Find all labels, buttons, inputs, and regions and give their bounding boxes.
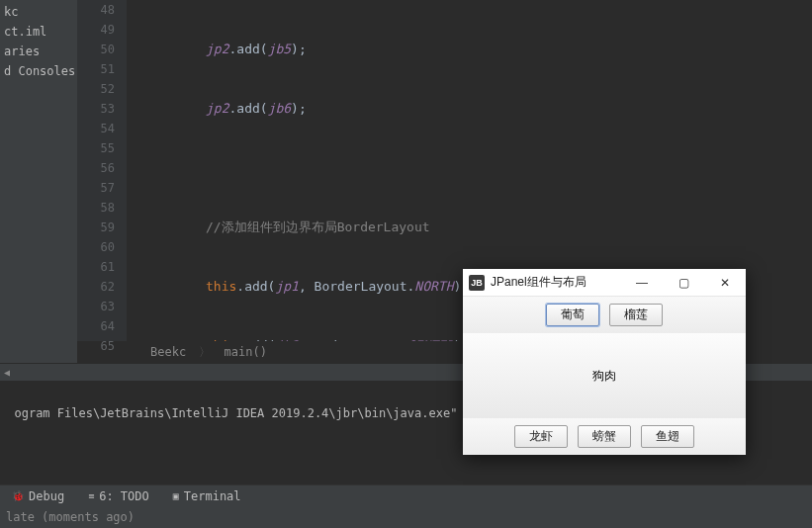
maximize-button[interactable]: ▢ xyxy=(663,269,704,297)
tab-label: Debug xyxy=(29,489,64,503)
button-crab[interactable]: 螃蟹 xyxy=(578,425,631,448)
code-token: NORTH xyxy=(414,279,453,294)
status-bar: late (moments ago) xyxy=(0,506,812,528)
button-lobster[interactable]: 龙虾 xyxy=(514,425,568,448)
scroll-left-icon[interactable]: ◀ xyxy=(0,364,14,382)
breadcrumb-item[interactable]: main() xyxy=(225,345,267,359)
breadcrumb-item[interactable]: Beekc xyxy=(150,345,186,359)
terminal-icon: ▣ xyxy=(173,490,179,501)
code-token: ); xyxy=(291,101,307,116)
code-token: jp2 xyxy=(206,42,228,56)
panel-north: 葡萄 榴莲 xyxy=(463,297,746,333)
code-token: .add( xyxy=(228,42,267,56)
panel-south: 龙虾 螃蟹 鱼翅 xyxy=(463,418,746,455)
code-token: jb5 xyxy=(268,42,291,56)
button-center[interactable]: 狗肉 xyxy=(463,333,746,418)
tab-label: Terminal xyxy=(184,489,241,503)
project-item[interactable]: d Consoles xyxy=(0,61,77,81)
code-token: jb6 xyxy=(268,101,291,116)
tab-todo[interactable]: ≡6: TODO xyxy=(76,489,161,503)
bug-icon: 🐞 xyxy=(12,490,24,501)
code-comment: //添加组件到边界布局BorderLayout xyxy=(206,220,430,234)
project-item[interactable]: aries xyxy=(0,42,77,61)
swing-window[interactable]: JB JPanel组件与布局 — ▢ ✕ 葡萄 榴莲 狗肉 龙虾 螃蟹 鱼翅 xyxy=(463,269,746,455)
bottom-tool-tabs[interactable]: 🐞Debug ≡6: TODO ▣Terminal xyxy=(0,484,812,506)
code-token: jp1 xyxy=(275,279,298,294)
code-token: , BorderLayout. xyxy=(299,279,414,294)
list-icon: ≡ xyxy=(88,490,94,501)
status-text: late (moments ago) xyxy=(6,510,135,524)
tab-label: 6: TODO xyxy=(99,489,149,503)
app-icon: JB xyxy=(469,275,485,291)
chevron-right-icon: 〉 xyxy=(199,345,211,359)
code-token: jp2 xyxy=(206,101,228,116)
tab-debug[interactable]: 🐞Debug xyxy=(0,489,76,503)
button-sharkfin[interactable]: 鱼翅 xyxy=(641,425,694,448)
code-token: this xyxy=(206,279,236,294)
tab-terminal[interactable]: ▣Terminal xyxy=(161,489,253,503)
button-durian[interactable]: 榴莲 xyxy=(609,304,663,326)
project-item[interactable]: kc xyxy=(0,2,77,22)
project-item[interactable]: ct.iml xyxy=(0,22,77,42)
window-titlebar[interactable]: JB JPanel组件与布局 — ▢ ✕ xyxy=(463,269,746,297)
minimize-button[interactable]: — xyxy=(621,269,663,297)
project-tool-window[interactable]: kc ct.iml aries d Consoles xyxy=(0,0,77,366)
button-grape[interactable]: 葡萄 xyxy=(546,304,599,326)
code-token: .add( xyxy=(236,279,275,294)
code-token: .add( xyxy=(228,101,267,116)
close-button[interactable]: ✕ xyxy=(704,269,746,297)
code-token: ); xyxy=(291,42,307,56)
editor-gutter: 484950515253545556575859606162636465 xyxy=(77,0,127,341)
window-title: JPanel组件与布局 xyxy=(491,274,621,291)
